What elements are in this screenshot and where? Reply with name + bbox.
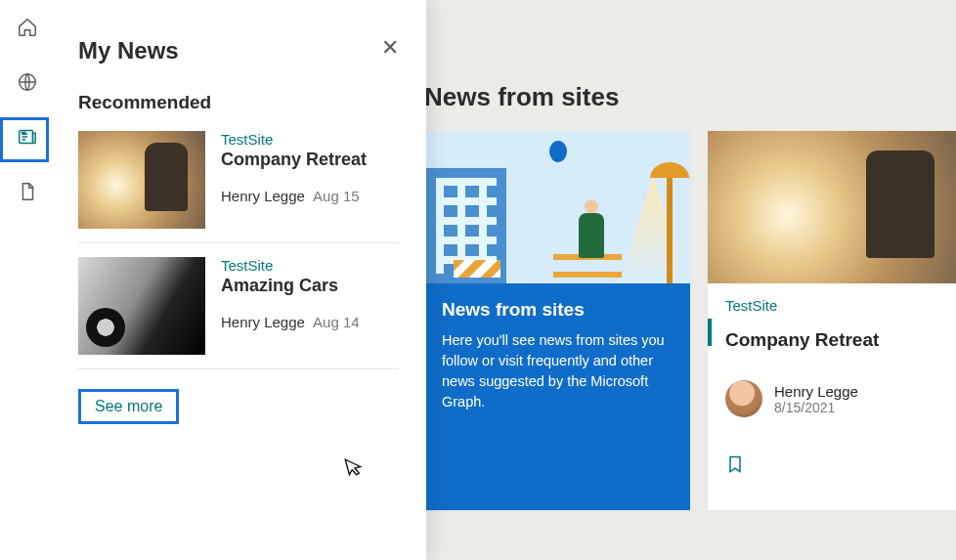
intro-card-title: News from sites	[442, 299, 673, 321]
news-byline: Henry Legge Aug 15	[221, 188, 367, 204]
flyout-title: My News	[78, 37, 179, 65]
news-card-date: 8/15/2021	[774, 400, 858, 415]
news-thumb	[78, 131, 205, 229]
news-thumb	[78, 257, 205, 355]
news-card-author-row: Henry Legge 8/15/2021	[725, 380, 956, 417]
news-site: TestSite	[221, 257, 360, 274]
see-more-link[interactable]: See more	[95, 398, 162, 414]
cursor-icon	[343, 453, 367, 484]
svg-point-2	[22, 132, 22, 133]
news-card-title: Company Retreat	[725, 329, 956, 351]
intro-card: News from sites Here you'll see news fro…	[424, 131, 690, 510]
news-title: Amazing Cars	[221, 276, 360, 296]
recommended-list: TestSite Company Retreat Henry Legge Aug…	[78, 131, 399, 369]
news-card-hero	[708, 131, 956, 283]
close-icon[interactable]: ✕	[381, 37, 399, 59]
avatar	[725, 380, 762, 417]
file-icon[interactable]	[14, 178, 41, 205]
app-rail	[0, 0, 55, 560]
intro-illustration	[424, 131, 690, 283]
news-byline: Henry Legge Aug 14	[221, 314, 360, 330]
section-recommended-heading: Recommended	[78, 92, 399, 113]
bookmark-icon[interactable]	[725, 452, 745, 476]
home-icon[interactable]	[14, 14, 41, 41]
cards-row: News from sites Here you'll see news fro…	[424, 131, 956, 510]
news-item[interactable]: TestSite Amazing Cars Henry Legge Aug 14	[78, 243, 399, 369]
news-icon[interactable]	[14, 123, 41, 151]
page-title: News from sites	[424, 82, 619, 112]
news-title: Company Retreat	[221, 150, 367, 170]
my-news-flyout: My News ✕ Recommended TestSite Company R…	[55, 0, 426, 560]
svg-rect-1	[20, 131, 33, 144]
see-more-highlight: See more	[78, 389, 179, 424]
intro-card-text: Here you'll see news from sites you foll…	[442, 330, 673, 412]
news-card-author: Henry Legge	[774, 383, 858, 400]
news-item[interactable]: TestSite Company Retreat Henry Legge Aug…	[78, 131, 399, 243]
news-card[interactable]: TestSite Company Retreat Henry Legge 8/1…	[708, 131, 956, 510]
globe-icon[interactable]	[14, 68, 41, 96]
svg-point-3	[24, 132, 25, 133]
news-card-site: TestSite	[725, 297, 956, 314]
news-site: TestSite	[221, 131, 367, 148]
